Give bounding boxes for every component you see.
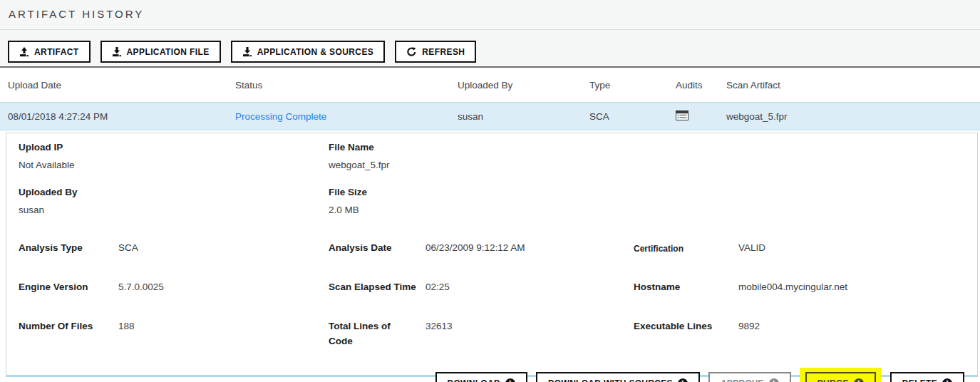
field-label: Total Lines of Code: [329, 319, 425, 349]
field-analysis-type: Analysis Type SCA: [19, 241, 329, 256]
field-label: Certification: [634, 241, 738, 256]
download-icon: [112, 47, 122, 57]
field-file-size: File Size 2.0 MB: [329, 187, 964, 215]
header-strip: ARTIFACT HISTORY ARTIFACT APPLICATION FI…: [0, 0, 980, 68]
button-label: APPLICATION FILE: [127, 47, 210, 57]
cell-type: SCA: [589, 111, 666, 122]
application-and-sources-download-button[interactable]: APPLICATION & SOURCES: [231, 41, 386, 63]
download-button[interactable]: DOWNLOAD i: [435, 372, 527, 382]
info-icon: i: [678, 378, 688, 382]
page-title: ARTIFACT HISTORY: [0, 0, 980, 20]
field-scan-elapsed-time: Scan Elapsed Time 02:25: [329, 280, 634, 295]
download-with-sources-button[interactable]: DOWNLOAD WITH SOURCES i: [536, 372, 700, 382]
info-icon: i: [769, 378, 779, 382]
col-header-audits: Audits: [666, 80, 726, 91]
refresh-icon: [406, 47, 417, 57]
field-file-name: File Name webgoat_5.fpr: [329, 142, 964, 170]
field-label: Engine Version: [19, 280, 118, 295]
col-header-upload-date: Upload Date: [0, 80, 235, 91]
field-number-of-files: Number Of Files 188: [19, 319, 329, 349]
field-value: SCA: [118, 241, 138, 256]
info-icon: i: [854, 378, 864, 382]
artifact-action-bar: DOWNLOAD i DOWNLOAD WITH SOURCES i APPRO…: [19, 368, 964, 382]
field-value: 5.7.0.0025: [118, 280, 164, 295]
detail-top-fields: Upload IP Not Available File Name webgoa…: [19, 142, 964, 215]
field-hostname: Hostname mobile004.mycingular.net: [634, 280, 964, 295]
field-label: File Size: [329, 187, 964, 197]
button-label: DOWNLOAD WITH SOURCES: [548, 378, 673, 382]
button-label: ARTIFACT: [34, 47, 79, 57]
button-label: PURGE: [817, 378, 849, 382]
field-label: Executable Lines: [634, 319, 738, 334]
col-header-status: Status: [235, 80, 458, 91]
artifact-detail-panel: Upload IP Not Available File Name webgoa…: [6, 133, 978, 377]
cell-audits: [666, 110, 726, 123]
audit-report-icon[interactable]: [676, 110, 688, 120]
field-value: Not Available: [19, 160, 329, 170]
cell-uploaded-by: susan: [458, 111, 589, 122]
button-label: DOWNLOAD: [448, 378, 500, 382]
status-link[interactable]: Processing Complete: [235, 111, 326, 122]
field-executable-lines: Executable Lines 9892: [634, 319, 964, 349]
col-header-type: Type: [589, 80, 666, 91]
field-label: Hostname: [634, 280, 738, 295]
toolbar: ARTIFACT APPLICATION FILE APPLICATION & …: [0, 30, 980, 63]
field-label: Number Of Files: [19, 319, 118, 334]
button-label: APPLICATION & SOURCES: [257, 47, 374, 57]
field-value: VALID: [738, 241, 765, 256]
cell-upload-date: 08/01/2018 4:27:24 PM: [0, 111, 235, 122]
field-analysis-date: Analysis Date 06/23/2009 9:12:12 AM: [329, 241, 634, 256]
field-label: Analysis Date: [329, 241, 425, 256]
cell-scan-artifact: webgoat_5.fpr: [726, 111, 980, 122]
button-label: REFRESH: [422, 47, 465, 57]
field-value: 02:25: [425, 280, 450, 295]
cell-status: Processing Complete: [235, 111, 458, 122]
table-header-row: Upload Date Status Uploaded By Type Audi…: [0, 68, 980, 102]
info-icon: i: [942, 378, 952, 382]
field-engine-version: Engine Version 5.7.0.0025: [19, 280, 329, 295]
field-value: 9892: [738, 319, 760, 334]
artifact-upload-button[interactable]: ARTIFACT: [8, 41, 91, 63]
field-value: 2.0 MB: [329, 205, 964, 215]
field-value: mobile004.mycingular.net: [738, 280, 847, 295]
info-icon: i: [505, 378, 515, 382]
artifact-table: Upload Date Status Uploaded By Type Audi…: [0, 68, 980, 130]
purge-highlight: PURGE i: [800, 368, 882, 382]
col-header-scan-artifact: Scan Artifact: [726, 80, 980, 91]
download-icon: [242, 47, 252, 57]
field-certification: Certification VALID: [634, 241, 964, 256]
approve-button[interactable]: APPROVE i: [708, 372, 791, 382]
col-header-uploaded-by: Uploaded By: [458, 80, 589, 91]
field-total-lines-of-code: Total Lines of Code 32613: [329, 319, 634, 349]
field-value: susan: [19, 205, 329, 215]
detail-grid-fields: Analysis Type SCA Analysis Date 06/23/20…: [19, 241, 964, 349]
field-value: 06/23/2009 9:12:12 AM: [425, 241, 525, 256]
field-label: Uploaded By: [19, 187, 329, 197]
field-uploaded-by: Uploaded By susan: [19, 187, 329, 215]
field-label: Scan Elapsed Time: [329, 280, 425, 295]
field-upload-ip: Upload IP Not Available: [19, 142, 329, 170]
delete-button[interactable]: DELETE i: [890, 372, 964, 382]
upload-icon: [19, 47, 29, 57]
field-value: webgoat_5.fpr: [329, 160, 964, 170]
field-label: Upload IP: [19, 142, 329, 153]
button-label: APPROVE: [721, 378, 764, 382]
artifact-table-row-selected[interactable]: 08/01/2018 4:27:24 PM Processing Complet…: [0, 102, 980, 130]
field-value: 32613: [425, 319, 453, 334]
purge-button[interactable]: PURGE i: [805, 372, 876, 382]
refresh-button[interactable]: REFRESH: [395, 41, 476, 63]
field-value: 188: [118, 319, 135, 334]
application-file-download-button[interactable]: APPLICATION FILE: [100, 41, 221, 63]
button-label: DELETE: [902, 378, 937, 382]
field-label: File Name: [329, 142, 964, 153]
field-label: Analysis Type: [19, 241, 118, 256]
